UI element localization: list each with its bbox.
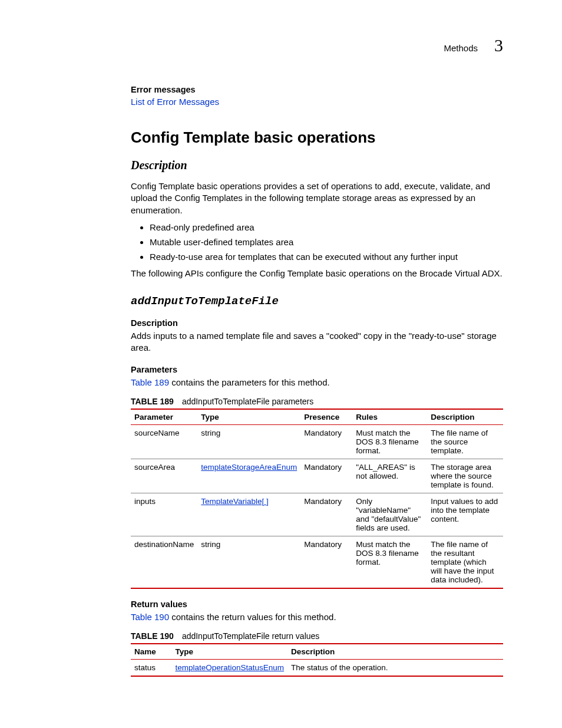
col-rules: Rules (352, 409, 427, 425)
list-item: Read-only predefined area (150, 222, 503, 232)
cell-desc: The status of the operation. (287, 660, 503, 677)
cell-rules: Only "variableName" and "defaultValue" f… (352, 493, 427, 536)
cell-presence: Mandatory (300, 459, 352, 493)
col-parameter: Parameter (131, 409, 197, 425)
section-title: Config Template basic operations (131, 129, 503, 147)
cell-type: templateStorageAreaEnum (197, 459, 300, 493)
cell-type: string (197, 424, 300, 459)
return-values-heading: Return values (131, 599, 503, 609)
cell-type: templateOperationStatusEnum (171, 660, 287, 677)
cell-param: inputs (131, 493, 197, 536)
cell-desc: Input values to add into the template co… (427, 493, 503, 536)
description-para-1: Config Template basic operations provide… (131, 180, 503, 216)
cell-rules: Must match the DOS 8.3 filename format. (352, 424, 427, 459)
table-190-caption: TABLE 190addInputToTemplateFile return v… (131, 631, 503, 641)
col-type: Type (171, 644, 287, 660)
col-type: Type (197, 409, 300, 425)
cell-type: string (197, 536, 300, 588)
return-values-intro-text: contains the return values for this meth… (169, 612, 336, 622)
header-section-label: Methods (444, 43, 478, 53)
cell-param: sourceArea (131, 459, 197, 493)
parameters-heading: Parameters (131, 365, 503, 374)
method-description-heading: Description (131, 318, 503, 328)
header-chapter-number: 3 (494, 35, 503, 55)
page-header: Methods 3 (53, 35, 509, 55)
col-name: Name (131, 644, 171, 660)
description-para-2: The following APIs configure the Config … (131, 268, 503, 279)
table-row: destinationName string Mandatory Must ma… (131, 536, 503, 588)
cell-name: status (131, 660, 171, 677)
col-description: Description (427, 409, 503, 425)
cell-presence: Mandatory (300, 493, 352, 536)
table-header-row: Name Type Description (131, 644, 503, 660)
table-row: status templateOperationStatusEnum The s… (131, 660, 503, 677)
cell-desc: The file name of the resultant template … (427, 536, 503, 588)
return-values-table: Name Type Description status templateOpe… (131, 643, 503, 677)
table-189-label: TABLE 189 (131, 397, 174, 406)
cell-desc: The file name of the source template. (427, 424, 503, 459)
parameters-intro: Table 189 contains the parameters for th… (131, 377, 503, 388)
return-values-intro: Table 190 contains the return values for… (131, 611, 503, 623)
table-190-link[interactable]: Table 190 (131, 612, 169, 622)
cell-rules: Must match the DOS 8.3 filename format. (352, 536, 427, 588)
table-190-label: TABLE 190 (131, 631, 174, 641)
parameters-table: Parameter Type Presence Rules Descriptio… (131, 409, 503, 589)
type-link[interactable]: templateStorageAreaEnum (201, 463, 297, 472)
type-link[interactable]: templateOperationStatusEnum (175, 663, 284, 672)
table-row: sourceArea templateStorageAreaEnum Manda… (131, 459, 503, 493)
method-description-text: Adds inputs to a named template file and… (131, 330, 503, 354)
cell-presence: Mandatory (300, 424, 352, 459)
description-bullets: Read-only predefined area Mutable user-d… (141, 222, 503, 262)
table-189-caption: TABLE 189addInputToTemplateFile paramete… (131, 397, 503, 406)
error-messages-link[interactable]: List of Error Messages (131, 97, 219, 107)
content-area: Error messages List of Error Messages Co… (53, 85, 509, 677)
cell-presence: Mandatory (300, 536, 352, 588)
parameters-intro-text: contains the parameters for this method. (169, 377, 330, 387)
cell-desc: The storage area where the source templa… (427, 459, 503, 493)
list-item: Ready-to-use area for templates that can… (150, 252, 503, 262)
table-row: sourceName string Mandatory Must match t… (131, 424, 503, 459)
col-description: Description (287, 644, 503, 660)
cell-type: TemplateVariable[ ] (197, 493, 300, 536)
table-header-row: Parameter Type Presence Rules Descriptio… (131, 409, 503, 425)
table-189-link[interactable]: Table 189 (131, 377, 169, 387)
cell-param: sourceName (131, 424, 197, 459)
cell-rules: "ALL_AREAS" is not allowed. (352, 459, 427, 493)
description-heading: Description (131, 159, 503, 172)
method-name-heading: addInputToTemplateFile (131, 295, 503, 308)
page: Methods 3 Error messages List of Error M… (0, 0, 562, 728)
col-presence: Presence (300, 409, 352, 425)
cell-param: destinationName (131, 536, 197, 588)
list-item: Mutable user-defined templates area (150, 237, 503, 247)
error-messages-heading: Error messages (131, 85, 503, 94)
table-189-title: addInputToTemplateFile parameters (182, 397, 313, 406)
table-190-title: addInputToTemplateFile return values (182, 631, 319, 641)
table-row: inputs TemplateVariable[ ] Mandatory Onl… (131, 493, 503, 536)
type-link[interactable]: TemplateVariable[ ] (201, 497, 269, 506)
